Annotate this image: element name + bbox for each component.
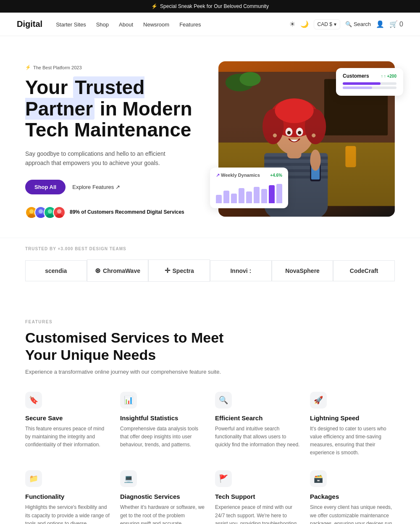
chart-widget-header: ↗ Weekly Dynamics +4.6% [216, 173, 282, 178]
social-proof-text: 89% of Customers Recommend Digital Servi… [70, 209, 184, 216]
customers-bar-1 [343, 82, 396, 85]
trusted-logo-novasphere: NovaSphere [272, 260, 333, 281]
chart-badge: +4.6% [270, 173, 282, 178]
chevron-down-icon: ▾ [334, 21, 336, 27]
announcement-text: Special Sneak Peek for Our Beloved Commu… [160, 3, 269, 9]
feature-desc: Comprehensive data analysis tools that o… [120, 425, 205, 449]
feature-item: 🔍 Efficient Search Powerful and intuitiv… [215, 392, 300, 457]
feature-name: Functionality [25, 493, 110, 500]
feature-desc: This feature ensures peace of mind by ma… [25, 425, 110, 449]
features-grid: 🔖 Secure Save This feature ensures peace… [25, 392, 395, 524]
trusted-section: TRUSTED BY +3.000 BEST DESIGN TEAMS scen… [0, 238, 420, 294]
theme-light-button[interactable]: ☀ [289, 20, 295, 28]
feature-desc: Powerful and intuitive search functional… [215, 425, 300, 449]
announcement-bolt: ⚡ [151, 3, 158, 9]
chart-bar [254, 187, 260, 203]
chart-bar [246, 191, 252, 203]
chart-bar [223, 191, 229, 203]
svg-point-0 [29, 209, 34, 213]
chart-bar [269, 185, 275, 203]
feature-name: Diagnostic Services [120, 493, 205, 500]
navbar-actions: ☀ 🌙 CAD $ ▾ 🔍 Search 👤 🛒 0 [289, 19, 403, 29]
hero-buttons: Shop All Explore Features ↗ [25, 180, 202, 194]
hero-subtitle: Say goodbye to complications and hello t… [25, 149, 185, 168]
svg-point-6 [57, 209, 61, 213]
svg-point-5 [46, 214, 53, 218]
shop-all-button[interactable]: Shop All [25, 180, 66, 194]
svg-point-3 [37, 214, 44, 218]
feature-icon: 🚀 [310, 392, 327, 409]
feature-icon: 📊 [120, 392, 137, 409]
feature-desc: Experience peace of mind with our 24/7 t… [215, 503, 300, 524]
navbar-links: Starter Sites Shop About Newsroom Featur… [56, 21, 289, 28]
nav-item-shop[interactable]: Shop [96, 21, 109, 28]
features-section: FEATURES Customised Services to Meet You… [0, 294, 420, 524]
chart-bar [216, 195, 222, 203]
currency-selector[interactable]: CAD $ ▾ [314, 19, 340, 29]
nav-item-starter-sites[interactable]: Starter Sites [56, 21, 86, 28]
features-subtitle: Experience a transformative online journ… [25, 369, 395, 375]
feature-icon: 🔍 [215, 392, 232, 409]
trusted-logo-innovi: Innovi : [210, 260, 272, 281]
feature-item: 💻 Diagnostic Services Whether it's hardw… [120, 470, 205, 524]
avatar-group [25, 206, 66, 219]
feature-name: Secure Save [25, 414, 110, 422]
svg-point-7 [55, 214, 63, 218]
theme-dark-button[interactable]: 🌙 [300, 20, 309, 28]
svg-point-4 [48, 209, 52, 213]
navbar: Digital Starter Sites Shop About Newsroo… [0, 13, 420, 36]
feature-name: Packages [310, 493, 395, 500]
feature-desc: It's designed to cater to users who valu… [310, 425, 395, 457]
feature-desc: Highlights the service's flexibility and… [25, 503, 110, 524]
feature-desc: Whether it's hardware or software, we ge… [120, 503, 205, 524]
trusted-logo-chromawave: ⊛ ChromaWave [87, 259, 149, 282]
feature-item: 🔖 Secure Save This feature ensures peace… [25, 392, 110, 457]
nav-item-about[interactable]: About [119, 21, 133, 28]
customers-widget: Customers ↑ ↑ +200 [336, 68, 403, 96]
features-label: FEATURES [25, 320, 395, 324]
hero-badge: ⚡ The Best Platform 2023 [25, 65, 82, 70]
feature-name: Insightful Statistics [120, 414, 205, 422]
feature-desc: Since every client has unique needs, we … [310, 503, 395, 524]
hero-badge-bolt: ⚡ [25, 65, 31, 70]
feature-name: Tech Support [215, 493, 300, 500]
svg-point-2 [39, 209, 43, 213]
account-button[interactable]: 👤 [376, 20, 384, 28]
trusted-logo-spectra: ✛ Spectra [148, 259, 210, 282]
chart-bar [276, 184, 282, 203]
hero-title: Your Trusted Partner in Modern Tech Main… [25, 77, 202, 141]
feature-name: Efficient Search [215, 414, 300, 422]
feature-item: 🗃️ Packages Since every client has uniqu… [310, 470, 395, 524]
chart-bar [261, 189, 267, 203]
feature-item: 🚀 Lightning Speed It's designed to cater… [310, 392, 395, 457]
avatar [53, 206, 66, 219]
feature-item: 📁 Functionality Highlights the service's… [25, 470, 110, 524]
explore-features-button[interactable]: Explore Features ↗ [72, 184, 120, 190]
customers-bar-2 [343, 86, 396, 89]
nav-item-features[interactable]: Features [179, 21, 201, 28]
trusted-logo-scendia: scendia [25, 260, 87, 281]
search-icon: 🔍 [345, 21, 352, 27]
hero-social-proof: 89% of Customers Recommend Digital Servi… [25, 206, 202, 219]
customers-badge: ↑ ↑ +200 [381, 74, 396, 79]
feature-item: 🚩 Tech Support Experience peace of mind … [215, 470, 300, 524]
chart-widget: ↗ Weekly Dynamics +4.6% [210, 168, 288, 208]
chart-bar [231, 194, 237, 203]
feature-icon: 📁 [25, 470, 42, 487]
hero-section: ⚡ The Best Platform 2023 Your Trusted Pa… [0, 36, 420, 238]
navbar-logo[interactable]: Digital [17, 19, 42, 29]
cart-button[interactable]: 🛒 0 [389, 20, 403, 28]
search-button[interactable]: 🔍 Search [345, 21, 371, 27]
feature-item: 📊 Insightful Statistics Comprehensive da… [120, 392, 205, 457]
hero-left: ⚡ The Best Platform 2023 Your Trusted Pa… [25, 63, 202, 219]
trusted-logos: scendia ⊛ ChromaWave ✛ Spectra Innovi : … [25, 259, 395, 282]
trusted-label: TRUSTED BY +3.000 BEST DESIGN TEAMS [25, 246, 395, 251]
chart-bars [216, 182, 282, 203]
svg-point-1 [28, 214, 35, 218]
nav-item-newsroom[interactable]: Newsroom [143, 21, 169, 28]
feature-name: Lightning Speed [310, 414, 395, 422]
feature-icon: 🚩 [215, 470, 232, 487]
feature-icon: 🗃️ [310, 470, 327, 487]
hero-right: Customers ↑ ↑ +200 ↗ Weekly Dynamics +4.… [218, 61, 395, 221]
features-title: Customised Services to Meet Your Unique … [25, 329, 244, 364]
